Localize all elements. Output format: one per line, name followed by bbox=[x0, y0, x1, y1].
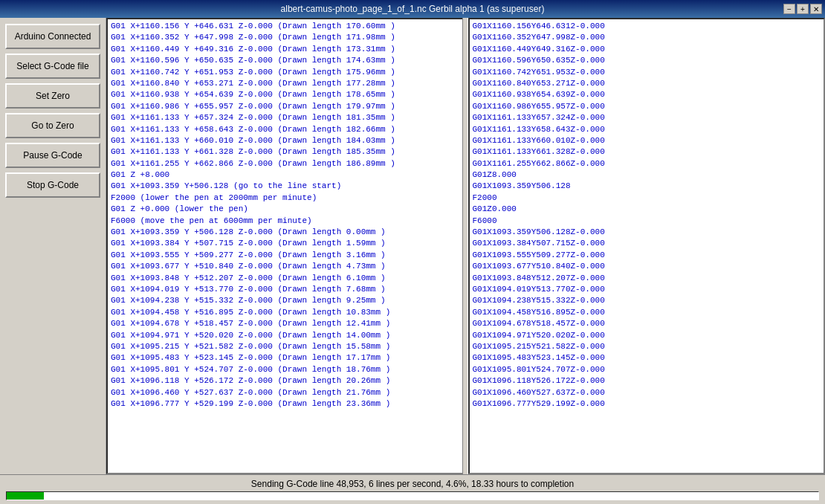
left-line-30: G01 X+1095.801 Y +524.707 Z-0.000 (Drawn… bbox=[111, 364, 459, 375]
title-bar: albert-camus-photo_page_1_of_1.nc Gerbil… bbox=[0, 0, 825, 18]
left-line-3: G01 X+1160.596 Y +650.635 Z-0.000 (Drawn… bbox=[111, 55, 459, 66]
progress-bar-container bbox=[6, 491, 819, 500]
right-line-18: G01X1093.359Y506.128Z-0.000 bbox=[473, 227, 821, 238]
right-line-32: G01X1096.460Y527.637Z-0.000 bbox=[473, 387, 821, 398]
sidebar-btn-stop-gcode[interactable]: Stop G-Code bbox=[5, 172, 100, 198]
left-code-panel[interactable]: G01 X+1160.156 Y +646.631 Z-0.000 (Drawn… bbox=[106, 18, 462, 474]
right-line-17: F6000 bbox=[473, 216, 821, 227]
content-area: Arduino ConnectedSelect G-Code fileSet Z… bbox=[0, 18, 825, 474]
right-line-7: G01X1160.986Y655.957Z-0.000 bbox=[473, 101, 821, 112]
left-line-8: G01 X+1161.133 Y +657.324 Z-0.000 (Drawn… bbox=[111, 112, 459, 123]
right-line-6: G01X1160.938Y654.639Z-0.000 bbox=[473, 89, 821, 100]
left-line-27: G01 X+1094.971 Y +520.020 Z-0.000 (Drawn… bbox=[111, 330, 459, 341]
close-button[interactable]: ✕ bbox=[810, 4, 822, 14]
panel-divider bbox=[462, 18, 468, 474]
right-line-33: G01X1096.777Y529.199Z-0.000 bbox=[473, 398, 821, 410]
progress-bar-fill bbox=[7, 492, 44, 500]
left-line-1: G01 X+1160.352 Y +647.998 Z-0.000 (Drawn… bbox=[111, 32, 459, 43]
left-line-6: G01 X+1160.938 Y +654.639 Z-0.000 (Drawn… bbox=[111, 89, 459, 100]
left-line-2: G01 X+1160.449 Y +649.316 Z-0.000 (Drawn… bbox=[111, 44, 459, 55]
left-line-12: G01 X+1161.255 Y +662.866 Z-0.000 (Drawn… bbox=[111, 158, 459, 169]
right-code-panel[interactable]: G01X1160.156Y646.6312-0.000G01X1160.352Y… bbox=[468, 18, 826, 474]
left-line-19: G01 X+1093.384 Y +507.715 Z-0.000 (Drawn… bbox=[111, 238, 459, 249]
left-line-32: G01 X+1096.460 Y +527.637 Z-0.000 (Drawn… bbox=[111, 387, 459, 398]
status-text: Sending G-Code line 48,953, 6 lines per … bbox=[251, 479, 574, 489]
right-line-29: G01X1095.483Y523.145Z-0.000 bbox=[473, 352, 821, 364]
left-line-24: G01 X+1094.238 Y +515.332 Z-0.000 (Drawn… bbox=[111, 295, 459, 306]
right-line-23: G01X1094.019Y513.770Z-0.000 bbox=[473, 284, 821, 295]
left-line-21: G01 X+1093.677 Y +510.840 Z-0.000 (Drawn… bbox=[111, 261, 459, 272]
status-bar: Sending G-Code line 48,953, 6 lines per … bbox=[0, 474, 825, 504]
right-line-2: G01X1160.449Y649.316Z-0.000 bbox=[473, 44, 821, 55]
left-line-15: F2000 (lower the pen at 2000mm per minut… bbox=[111, 193, 459, 204]
right-line-27: G01X1094.971Y520.020Z-0.000 bbox=[473, 330, 821, 341]
left-line-16: G01 Z +0.000 (lower the pen) bbox=[111, 204, 459, 215]
left-line-26: G01 X+1094.678 Y +518.457 Z-0.000 (Drawn… bbox=[111, 318, 459, 329]
left-line-20: G01 X+1093.555 Y +509.277 Z-0.000 (Drawn… bbox=[111, 250, 459, 261]
left-line-31: G01 X+1096.118 Y +526.172 Z-0.000 (Drawn… bbox=[111, 375, 459, 387]
right-line-31: G01X1096.118Y526.172Z-0.000 bbox=[473, 375, 821, 387]
sidebar: Arduino ConnectedSelect G-Code fileSet Z… bbox=[0, 18, 106, 474]
main-layout: Arduino ConnectedSelect G-Code fileSet Z… bbox=[0, 18, 825, 504]
right-line-5: G01X1160.840Y653.271Z-0.000 bbox=[473, 78, 821, 89]
sidebar-btn-pause-gcode[interactable]: Pause G-Code bbox=[5, 143, 100, 168]
sidebar-btn-arduino-connected[interactable]: Arduino Connected bbox=[5, 24, 100, 49]
left-line-29: G01 X+1095.483 Y +523.145 Z-0.000 (Drawn… bbox=[111, 352, 459, 364]
window-title: albert-camus-photo_page_1_of_1.nc Gerbil… bbox=[281, 4, 545, 14]
sidebar-btn-go-to-zero[interactable]: Go to Zero bbox=[5, 113, 100, 138]
right-line-20: G01X1093.555Y509.277Z-0.000 bbox=[473, 250, 821, 261]
right-line-12: G01X1161.255Y662.866Z-0.000 bbox=[473, 158, 821, 169]
left-line-23: G01 X+1094.019 Y +513.770 Z-0.000 (Drawn… bbox=[111, 284, 459, 295]
left-line-10: G01 X+1161.133 Y +660.010 Z-0.000 (Drawn… bbox=[111, 135, 459, 146]
left-line-5: G01 X+1160.840 Y +653.271 Z-0.000 (Drawn… bbox=[111, 78, 459, 89]
window-controls[interactable]: − + ✕ bbox=[783, 4, 822, 14]
sidebar-btn-select-gcode[interactable]: Select G-Code file bbox=[5, 54, 100, 79]
sidebar-btn-set-zero[interactable]: Set Zero bbox=[5, 83, 100, 109]
right-line-24: G01X1094.238Y515.332Z-0.000 bbox=[473, 295, 821, 306]
left-line-28: G01 X+1095.215 Y +521.582 Z-0.000 (Drawn… bbox=[111, 341, 459, 352]
right-line-4: G01X1160.742Y651.953Z-0.000 bbox=[473, 67, 821, 78]
right-line-14: G01X1093.359Y506.128 bbox=[473, 181, 821, 192]
right-line-21: G01X1093.677Y510.840Z-0.000 bbox=[473, 261, 821, 272]
code-panels: G01 X+1160.156 Y +646.631 Z-0.000 (Drawn… bbox=[106, 18, 825, 474]
right-line-19: G01X1093.384Y507.715Z-0.000 bbox=[473, 238, 821, 249]
right-line-9: G01X1161.133Y658.643Z-0.000 bbox=[473, 124, 821, 135]
left-line-22: G01 X+1093.848 Y +512.207 Z-0.000 (Drawn… bbox=[111, 273, 459, 284]
right-line-10: G01X1161.133Y660.010Z-0.000 bbox=[473, 135, 821, 146]
right-line-0: G01X1160.156Y646.6312-0.000 bbox=[473, 21, 821, 32]
left-line-9: G01 X+1161.133 Y +658.643 Z-0.000 (Drawn… bbox=[111, 124, 459, 135]
right-line-26: G01X1094.678Y518.457Z-0.000 bbox=[473, 318, 821, 329]
right-line-13: G01Z8.000 bbox=[473, 169, 821, 181]
right-line-25: G01X1094.458Y516.895Z-0.000 bbox=[473, 307, 821, 318]
right-line-11: G01X1161.133Y661.328Z-0.000 bbox=[473, 146, 821, 158]
left-line-18: G01 X+1093.359 Y +506.128 Z-0.000 (Drawn… bbox=[111, 227, 459, 238]
left-line-14: G01 X+1093.359 Y+506.128 (go to the line… bbox=[111, 181, 459, 192]
right-line-8: G01X1161.133Y657.324Z-0.000 bbox=[473, 112, 821, 123]
right-line-16: G01Z0.000 bbox=[473, 204, 821, 215]
maximize-button[interactable]: + bbox=[797, 4, 809, 14]
right-line-3: G01X1160.596Y650.635Z-0.000 bbox=[473, 55, 821, 66]
left-line-0: G01 X+1160.156 Y +646.631 Z-0.000 (Drawn… bbox=[111, 21, 459, 32]
right-line-1: G01X1160.352Y647.998Z-0.000 bbox=[473, 32, 821, 43]
right-line-28: G01X1095.215Y521.582Z-0.000 bbox=[473, 341, 821, 352]
left-line-11: G01 X+1161.133 Y +661.328 Z-0.000 (Drawn… bbox=[111, 146, 459, 158]
left-line-33: G01 X+1096.777 Y +529.199 Z-0.000 (Drawn… bbox=[111, 398, 459, 410]
left-line-17: F6000 (move the pen at 6000mm per minute… bbox=[111, 216, 459, 227]
left-line-7: G01 X+1160.986 Y +655.957 Z-0.000 (Drawn… bbox=[111, 101, 459, 112]
right-line-30: G01X1095.801Y524.707Z-0.000 bbox=[473, 364, 821, 375]
left-line-4: G01 X+1160.742 Y +651.953 Z-0.000 (Drawn… bbox=[111, 67, 459, 78]
minimize-button[interactable]: − bbox=[783, 4, 795, 14]
left-line-25: G01 X+1094.458 Y +516.895 Z-0.000 (Drawn… bbox=[111, 307, 459, 318]
right-line-15: F2000 bbox=[473, 193, 821, 204]
left-line-13: G01 Z +8.000 bbox=[111, 169, 459, 181]
right-line-22: G01X1093.848Y512.207Z-0.000 bbox=[473, 273, 821, 284]
